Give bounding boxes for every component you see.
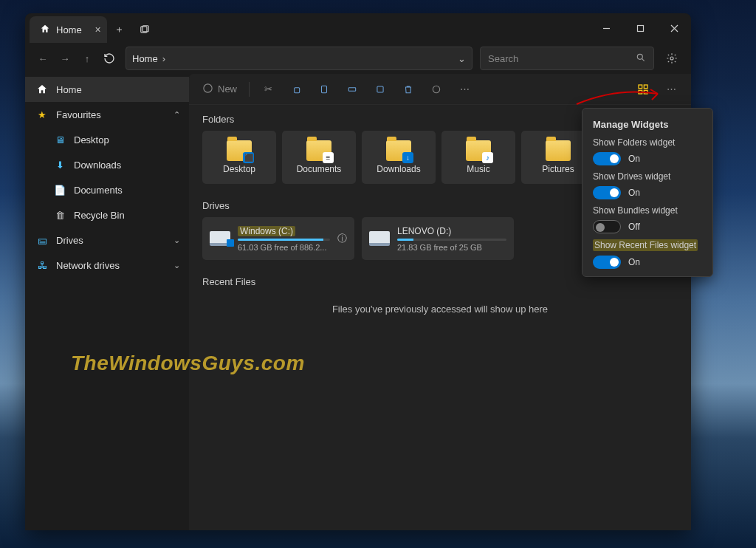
settings-button[interactable] — [660, 47, 684, 70]
new-label: New — [218, 83, 237, 95]
more-button[interactable]: ⋯ — [452, 78, 477, 100]
forward-button[interactable]: → — [55, 48, 75, 69]
drive-info: LENOVO (D:) 21.83 GB free of 25 GB — [397, 226, 506, 252]
folder-documents[interactable]: ≡Documents — [282, 131, 356, 184]
chevron-right-icon: › — [162, 53, 165, 64]
up-button[interactable]: ↑ — [77, 48, 97, 69]
close-window-button[interactable] — [657, 13, 691, 43]
popup-option-label: Show Folders widget — [593, 137, 702, 148]
folder-label: Pictures — [542, 164, 574, 174]
sidebar-item-favourites[interactable]: ★ Favourites ⌃ — [25, 102, 189, 127]
svg-rect-15 — [639, 85, 642, 89]
titlebar: Home × ＋ — [25, 13, 691, 43]
close-tab-icon[interactable]: × — [95, 24, 101, 35]
svg-point-6 — [637, 54, 642, 59]
popup-option-row: On — [593, 152, 702, 165]
circle-plus-icon — [202, 83, 213, 96]
sidebar-item-home[interactable]: Home — [25, 77, 189, 102]
search-input[interactable]: Search — [480, 47, 654, 70]
drive-icon — [369, 231, 390, 246]
network-icon: 🖧 — [35, 260, 49, 271]
drive-info: Windows (C:) 61.03 GB free of 886.2... — [238, 226, 330, 252]
drive-icon: 🖴 — [35, 235, 49, 246]
maximize-button[interactable] — [623, 13, 657, 43]
tab-overview-button[interactable] — [132, 16, 157, 43]
sidebar-item-downloads[interactable]: ⬇Downloads — [25, 152, 189, 177]
svg-line-7 — [642, 58, 644, 61]
folder-desktop[interactable]: ⬛Desktop — [202, 131, 276, 184]
popup-option-row: On — [593, 186, 702, 199]
back-button[interactable]: ← — [32, 48, 53, 69]
toggle-switch[interactable] — [593, 186, 621, 199]
svg-point-14 — [433, 86, 439, 92]
separator — [249, 82, 250, 97]
new-tab-button[interactable]: ＋ — [107, 16, 132, 43]
sidebar-item-recycle-bin[interactable]: 🗑Recycle Bin — [25, 202, 189, 227]
sidebar-item-label: Network drives — [56, 260, 120, 271]
sidebar-item-documents[interactable]: 📄Documents — [25, 177, 189, 202]
toggle-value: Off — [628, 222, 640, 232]
folder-icon: ♪ — [466, 140, 491, 161]
sidebar-item-label: Home — [56, 84, 82, 95]
folder-icon: ⬇ — [53, 160, 66, 171]
folder-icon — [546, 140, 571, 161]
share-button[interactable] — [368, 78, 393, 100]
drive-item[interactable]: Windows (C:) 61.03 GB free of 886.2... ⓘ — [202, 217, 354, 260]
folder-icon: 📄 — [53, 185, 66, 196]
folder-label: Desktop — [223, 164, 255, 174]
folder-icon: ↓ — [386, 140, 411, 161]
paste-button[interactable] — [312, 78, 337, 100]
folder-icon: ≡ — [306, 140, 331, 161]
manage-widgets-button[interactable] — [630, 78, 656, 100]
toggle-switch[interactable] — [593, 220, 621, 233]
popup-option-row: On — [593, 256, 702, 269]
sidebar-item-label: Drives — [56, 235, 83, 246]
chevron-up-icon[interactable]: ⌃ — [173, 110, 180, 120]
more-icon: ⋯ — [667, 83, 676, 95]
sidebar-item-network[interactable]: 🖧 Network drives ⌄ — [25, 253, 189, 278]
sidebar-item-label: Downloads — [74, 160, 121, 171]
drive-free-text: 21.83 GB free of 25 GB — [397, 243, 506, 252]
svg-rect-10 — [295, 87, 300, 92]
delete-button[interactable] — [396, 78, 421, 100]
sidebar-item-drives[interactable]: 🖴 Drives ⌄ — [25, 227, 189, 253]
new-button[interactable]: New — [196, 78, 243, 100]
cut-button[interactable]: ✂ — [255, 78, 281, 100]
folder-icon: ⬛ — [227, 140, 252, 161]
copy-button[interactable] — [284, 78, 309, 100]
svg-rect-12 — [348, 87, 355, 91]
rename-button[interactable] — [340, 78, 365, 100]
minimize-button[interactable] — [589, 13, 623, 43]
popup-option-label: Show Bundles widget — [593, 205, 702, 216]
popup-title: Manage Widgets — [593, 119, 702, 130]
toggle-value: On — [628, 188, 640, 198]
properties-button[interactable] — [424, 78, 449, 100]
home-icon — [35, 83, 49, 95]
drive-name: Windows (C:) — [238, 226, 295, 236]
info-icon[interactable]: ⓘ — [337, 232, 347, 245]
chevron-down-icon[interactable]: ⌄ — [173, 236, 180, 245]
cut-icon: ✂ — [264, 83, 272, 95]
drive-item[interactable]: LENOVO (D:) 21.83 GB free of 25 GB — [362, 217, 514, 260]
breadcrumb-path[interactable]: Home › ⌄ — [126, 47, 472, 70]
manage-widgets-popup: Manage Widgets Show Folders widget On Sh… — [582, 108, 713, 277]
folder-music[interactable]: ♪Music — [441, 131, 515, 184]
refresh-button[interactable] — [99, 48, 120, 69]
drive-name: LENOVO (D:) — [397, 226, 506, 236]
toolbar-more-button[interactable]: ⋯ — [659, 78, 684, 100]
svg-rect-11 — [322, 86, 327, 92]
chevron-down-icon[interactable]: ⌄ — [458, 53, 466, 64]
folder-label: Music — [467, 164, 489, 174]
search-placeholder: Search — [488, 53, 518, 64]
chevron-down-icon[interactable]: ⌄ — [173, 261, 180, 270]
navbar: ← → ↑ Home › ⌄ Search — [25, 43, 691, 74]
toggle-value: On — [628, 154, 640, 164]
svg-point-9 — [204, 83, 212, 92]
tab-home[interactable]: Home × — [30, 16, 107, 43]
folder-downloads[interactable]: ↓Downloads — [362, 131, 436, 184]
toggle-switch[interactable] — [593, 152, 621, 165]
sidebar-item-desktop[interactable]: 🖥Desktop — [25, 127, 189, 152]
search-icon — [636, 52, 646, 65]
toggle-switch[interactable] — [593, 256, 621, 269]
toolbar: New ✂ ⋯ ⋯ — [189, 74, 691, 105]
